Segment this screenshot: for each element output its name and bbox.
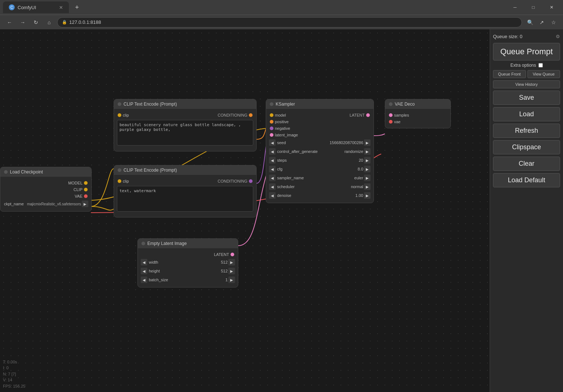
- clip1-output-connector[interactable]: [249, 113, 253, 117]
- clip-text-1-input[interactable]: [117, 120, 253, 146]
- vae-connector[interactable]: [84, 194, 88, 198]
- model-connector[interactable]: [84, 181, 88, 185]
- ksampler-model-row: model LATENT: [266, 112, 374, 118]
- status-fps: FPS: 156.25: [3, 383, 25, 389]
- home-button[interactable]: ⌂: [44, 17, 54, 28]
- status-l: I: 0: [3, 365, 25, 371]
- seed-prev-button[interactable]: ◀: [269, 139, 276, 146]
- ksampler-negative-connector[interactable]: [270, 127, 273, 130]
- queue-header: Queue size: 0 ⚙: [493, 32, 560, 41]
- width-prev-button[interactable]: ◀: [141, 259, 147, 265]
- load-button[interactable]: Load: [493, 107, 560, 121]
- scheduler-value: normal: [334, 184, 363, 189]
- sampler-next-button[interactable]: ▶: [364, 175, 371, 181]
- load-checkpoint-node: Load Checkpoint MODEL CLIP VAE ckpt_name: [0, 167, 92, 212]
- clip-output-row: CLIP: [0, 186, 91, 193]
- refresh-button[interactable]: Refresh: [493, 124, 560, 138]
- status-bar: T: 0.00s I: 0 N: 7 [7] V: 14 FPS: 156.25: [3, 359, 25, 389]
- vae-vae-connector[interactable]: [389, 120, 393, 124]
- app-container: Load Checkpoint MODEL CLIP VAE ckpt_name: [0, 29, 563, 392]
- cfg-next-button[interactable]: ▶: [364, 166, 371, 172]
- vae-samples-row: samples: [385, 112, 450, 118]
- denoise-next-button[interactable]: ▶: [364, 192, 371, 199]
- minimize-button[interactable]: ─: [507, 1, 523, 13]
- ksampler-latent-in-connector[interactable]: [270, 133, 273, 137]
- width-next-button[interactable]: ▶: [228, 259, 235, 265]
- new-tab-button[interactable]: +: [72, 2, 82, 12]
- height-next-button[interactable]: ▶: [228, 268, 235, 274]
- steps-prev-button[interactable]: ◀: [269, 157, 276, 164]
- steps-next-button[interactable]: ▶: [364, 157, 371, 164]
- refresh-button[interactable]: ↻: [31, 17, 41, 28]
- clip2-output-connector[interactable]: [249, 179, 253, 183]
- clip2-label: clip: [123, 179, 216, 183]
- gear-icon[interactable]: ⚙: [556, 34, 560, 39]
- canvas-area[interactable]: Load Checkpoint MODEL CLIP VAE ckpt_name: [0, 29, 490, 392]
- queue-prompt-button[interactable]: Queue Prompt: [493, 43, 560, 61]
- close-button[interactable]: ✕: [543, 1, 560, 13]
- ksampler-latent-out: LATENT: [350, 113, 365, 117]
- save-button[interactable]: Save: [493, 91, 560, 105]
- load-checkpoint-body: MODEL CLIP VAE ckpt_name majicmixRealist…: [0, 177, 91, 211]
- vae-vae-row: vae: [385, 118, 450, 125]
- back-button[interactable]: ←: [4, 17, 15, 28]
- batch-label: batch_size: [148, 278, 198, 282]
- browser-tab[interactable]: C ComfyUI ✕: [3, 1, 69, 13]
- clip2-output-label: CONDITIONING: [218, 179, 247, 183]
- clip-text-2-header: CLIP Text Encode (Prompt): [114, 165, 256, 175]
- scheduler-row: ◀ scheduler normal ▶: [266, 182, 374, 191]
- clip2-input-connector[interactable]: [118, 179, 121, 183]
- batch-next-button[interactable]: ▶: [228, 276, 235, 283]
- scheduler-next-button[interactable]: ▶: [364, 183, 371, 190]
- clip-output-label: CLIP: [4, 187, 82, 192]
- load-default-button[interactable]: Load Default: [493, 173, 560, 187]
- extra-options-label: Extra options: [510, 63, 536, 68]
- view-history-button[interactable]: View History: [493, 80, 560, 88]
- clear-button[interactable]: Clear: [493, 157, 560, 171]
- ksampler-positive-label: positive: [275, 120, 370, 124]
- ksampler-negative-row: negative: [266, 125, 374, 132]
- address-bar[interactable]: 🔒 127.0.0.1:8188: [57, 17, 522, 28]
- status-n: N: 7 [7]: [3, 371, 25, 377]
- width-label: width: [148, 260, 198, 264]
- seed-next-button[interactable]: ▶: [364, 139, 371, 146]
- tab-favicon: C: [9, 4, 15, 10]
- cfg-prev-button[interactable]: ◀: [269, 166, 276, 172]
- forward-button[interactable]: →: [18, 17, 28, 28]
- empty-latent-node: Empty Latent Image LATENT ◀ width 512 ▶ …: [137, 238, 238, 287]
- batch-prev-button[interactable]: ◀: [141, 276, 147, 283]
- vae-decode-title: VAE Deco: [395, 102, 415, 107]
- search-button[interactable]: 🔍: [525, 17, 535, 28]
- ksampler-positive-connector[interactable]: [270, 120, 273, 124]
- latent-out-connector[interactable]: [231, 253, 234, 256]
- queue-front-button[interactable]: Queue Front: [493, 70, 526, 78]
- scheduler-prev-button[interactable]: ◀: [269, 183, 276, 190]
- height-prev-button[interactable]: ◀: [141, 268, 147, 274]
- clip1-output-label: CONDITIONING: [218, 113, 247, 117]
- denoise-prev-button[interactable]: ◀: [269, 192, 276, 199]
- node-dot-1: [118, 102, 121, 106]
- tab-close-button[interactable]: ✕: [59, 5, 63, 10]
- sub-buttons-row: Queue Front View Queue: [493, 70, 560, 78]
- ksampler-model-connector[interactable]: [270, 113, 273, 117]
- ksampler-model-label: model: [275, 113, 348, 117]
- ksampler-latent-label: latent_image: [275, 133, 370, 137]
- clipspace-button[interactable]: Clipspace: [493, 140, 560, 154]
- control-prev-button[interactable]: ◀: [269, 148, 276, 155]
- latent-out-label: LATENT: [141, 252, 229, 257]
- ksampler-latent-connector[interactable]: [366, 113, 370, 117]
- sampler-prev-button[interactable]: ◀: [269, 175, 276, 181]
- control-next-button[interactable]: ▶: [364, 148, 371, 155]
- clip1-input-connector[interactable]: [118, 113, 121, 117]
- vae-samples-connector[interactable]: [389, 113, 393, 117]
- clip-text-2-input[interactable]: [117, 186, 253, 212]
- vae-decode-dot: [389, 102, 393, 106]
- maximize-button[interactable]: □: [525, 1, 542, 13]
- url-text: 127.0.0.1:8188: [69, 19, 101, 25]
- view-queue-button[interactable]: View Queue: [527, 70, 560, 78]
- ckpt-next-button[interactable]: ▶: [82, 201, 88, 207]
- bookmark-button[interactable]: ☆: [548, 17, 559, 28]
- extra-options-checkbox[interactable]: [538, 63, 543, 67]
- share-button[interactable]: ↗: [537, 17, 547, 28]
- clip-connector[interactable]: [84, 188, 88, 191]
